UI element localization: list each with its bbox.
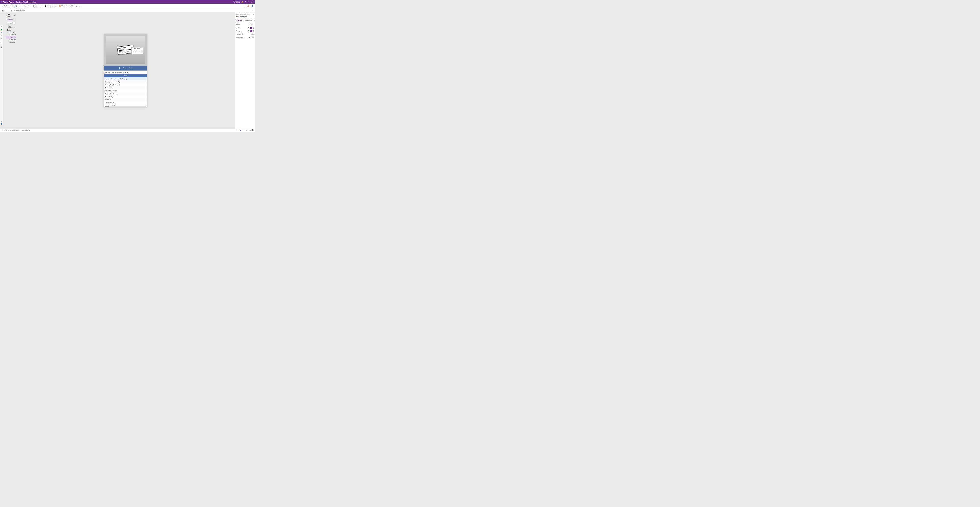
theme-button[interactable]: 🎨 Theme ▾: [58, 5, 68, 7]
help-button[interactable]: ?: [248, 1, 250, 3]
formula-selector[interactable]: Text ▾: [1, 9, 13, 11]
sidebar-icon-user-bottom[interactable]: 👤: [0, 123, 3, 125]
table-row[interactable]: Serving size: 1 bar (40g): [104, 80, 147, 84]
table-row[interactable]: alories 190: [104, 98, 147, 102]
scrollbar-track[interactable]: [105, 106, 146, 107]
table-row[interactable]: Amount Per Serving: [104, 92, 147, 95]
expand-button[interactable]: ›: [253, 14, 254, 15]
sidebar-icon-media[interactable]: 🖼: [0, 46, 3, 48]
app-logo: ⬡ Power Apps: [1, 1, 14, 3]
table-row[interactable]: Saturated Fat 1.5g: [104, 89, 147, 92]
user-icon-button[interactable]: 👤: [250, 5, 253, 7]
nc-sodium: Sodium 20mg: [132, 53, 142, 53]
scrollbar-area: [104, 105, 147, 107]
zoom-controls: − + 90% ⛶: [236, 129, 254, 131]
fullscreen-button[interactable]: ⛶: [252, 129, 254, 131]
screen-item-icon: 📄: [9, 32, 10, 33]
data-table[interactable]: Text Nutrition Facts Amount Per Serving …: [104, 74, 147, 105]
status-bar: 📄 Screen1 ⊞ DataTable1 T Text_Column1 − …: [0, 129, 255, 132]
sidebar-item-datatable1[interactable]: ▾ ⊞ DataTable1: [6, 34, 16, 36]
theme-icon: 🎨: [59, 5, 61, 7]
undo-button[interactable]: ↩: [8, 5, 11, 7]
sidebar-item-textrecognizer1[interactable]: 👁 TextRecognizer1: [6, 38, 16, 41]
sidebar-icon-home[interactable]: ⊞: [0, 26, 3, 28]
can-grow-toggle[interactable]: [250, 30, 254, 32]
tab-components[interactable]: Components: [14, 18, 16, 21]
avatar: LP: [251, 0, 253, 3]
sidebar-icon-data[interactable]: 🗄: [0, 37, 3, 40]
prop-width: Width: [236, 23, 253, 26]
tab-screens[interactable]: Screens: [6, 18, 14, 21]
sidebar-item-new-screen[interactable]: ＋ New screen ▾: [6, 25, 16, 29]
sidebar-icon-plus[interactable]: ＋: [0, 34, 3, 37]
chevron-down-icon-newscreen: ▾: [15, 26, 15, 28]
undo-dropdown[interactable]: ▾: [11, 5, 14, 7]
prop-header-text: Header Text Text: [236, 33, 253, 35]
add-data-label: Add data: [34, 5, 40, 7]
formula-expand-icon[interactable]: ⌄: [252, 9, 254, 11]
settings-toolbar-button[interactable]: ⚙ Settings: [70, 5, 78, 7]
screen-icon: 📱: [45, 5, 46, 7]
table-row[interactable]: Total Fat 13g: [104, 86, 147, 89]
table-row[interactable]: Cholesterol 0mg: [104, 102, 147, 105]
nc-sod-label: Sodium: [132, 53, 134, 53]
save-button[interactable]: 💾: [14, 5, 18, 7]
tab-ideas[interactable]: Ideas: [253, 19, 255, 22]
sidebar-icon-layers[interactable]: ≡: [0, 32, 3, 34]
sidebar-icon-settings-bottom[interactable]: ⚙: [0, 120, 3, 122]
zoom-out-button[interactable]: 🔍−: [122, 67, 127, 70]
app-frame: Nutrition Facts Serving size 1 bar (40g)…: [104, 34, 147, 107]
formula-input[interactable]: [16, 10, 251, 11]
table-row[interactable]: Nutrition Facts Amount Per Serving: [104, 77, 147, 80]
width-input[interactable]: [248, 23, 254, 26]
width-label: Width: [236, 24, 240, 25]
zoom-minus-button[interactable]: −: [236, 129, 237, 131]
table-row[interactable]: Trans Fat 0g: [104, 95, 147, 98]
right-panel: DATA TABLE COLUMN › Text_Column1 Propert…: [235, 12, 255, 128]
zoom-plus-button[interactable]: +: [246, 129, 247, 131]
sidebar-icon-vars[interactable]: ≈: [0, 43, 3, 45]
nc-tf2-val: 0g: [142, 51, 142, 51]
chevron-down-icon-save: ▾: [18, 5, 19, 7]
status-screen1[interactable]: 📄 Screen1: [1, 129, 9, 131]
publish-button[interactable]: 📤: [247, 5, 250, 7]
visible-toggle[interactable]: [250, 27, 254, 29]
sidebar-textrecognizer1-label: TextRecognizer1: [11, 39, 16, 40]
settings-button[interactable]: ⚙: [245, 1, 247, 3]
right-panel-title: Text_Column1: [236, 16, 253, 18]
zoom-in-button[interactable]: 🔍+: [128, 67, 133, 70]
preview-button[interactable]: ▶: [243, 5, 247, 7]
can-grow-value: On: [248, 30, 250, 32]
table-row[interactable]: Serving Per Package: 4: [104, 83, 147, 86]
sidebar-item-label1[interactable]: A Label1: [6, 41, 16, 43]
is-hyperlink-toggle[interactable]: [250, 36, 254, 38]
status-textcolumn1[interactable]: T Text_Column1: [20, 129, 31, 131]
tab-advanced[interactable]: Advanced: [244, 19, 253, 22]
sidebar-icon-bar: ⊞ 🌲 ≡ ＋ 🗄 ◻ ≈ 🖼 ⚙ 👤: [0, 25, 3, 125]
sidebar-icon-tree[interactable]: 🌲: [0, 29, 3, 31]
sidebar-item-screen1[interactable]: ▾ 📄 Screen1: [6, 31, 16, 33]
sidebar-icon-components[interactable]: ◻: [0, 40, 3, 42]
is-hyperlink-value: Off: [248, 37, 250, 38]
control-bar: ⬆ 🔍− 🔍+: [104, 66, 147, 70]
scrollbar-thumb[interactable]: [105, 106, 109, 107]
tree-close-button[interactable]: ✕: [14, 14, 15, 17]
save-dropdown[interactable]: ▾: [18, 5, 20, 7]
textrecognizer-icon: 👁: [9, 39, 10, 40]
chevron-down-icon-screen: ▾: [55, 5, 56, 7]
upload-button[interactable]: ⬆: [118, 67, 121, 70]
sidebar-item-textcolumn1[interactable]: T Text_Column1 ···: [6, 36, 16, 38]
status-datatable1[interactable]: ⊞ DataTable1: [10, 129, 19, 131]
tab-properties[interactable]: Properties: [235, 19, 244, 22]
settings-gear-icon: ⚙: [70, 5, 72, 7]
back-button[interactable]: ← Back: [1, 5, 8, 7]
more-options-button[interactable]: ...: [79, 5, 81, 7]
notifications-button[interactable]: 🔔: [241, 1, 243, 3]
back-icon: ←: [2, 5, 3, 7]
add-data-button[interactable]: 🗄 Add data ▾: [32, 5, 42, 7]
sidebar-item-app[interactable]: 📱 App: [6, 29, 16, 31]
env-name: AI Builder: [233, 2, 240, 3]
search-input[interactable]: [6, 22, 15, 24]
insert-button[interactable]: ＋ Insert ▾: [21, 5, 30, 7]
new-screen-button[interactable]: 📱 New screen ▾: [44, 5, 56, 7]
